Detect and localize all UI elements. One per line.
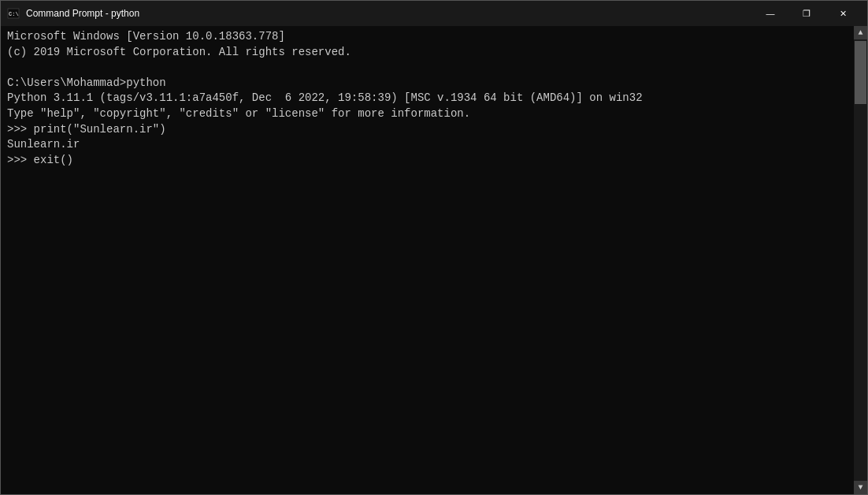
terminal-line-empty-1 bbox=[7, 60, 848, 76]
terminal-line-7: Sunlearn.ir bbox=[7, 137, 848, 153]
scrollbar-up-button[interactable]: ▲ bbox=[854, 26, 867, 39]
window: C:\ Command Prompt - python — ❐ ✕ Micros… bbox=[0, 0, 868, 495]
content-area: Microsoft Windows [Version 10.0.18363.77… bbox=[1, 26, 867, 494]
terminal-line-2: (c) 2019 Microsoft Corporation. All righ… bbox=[7, 45, 848, 61]
terminal-line-6: >>> print("Sunlearn.ir") bbox=[7, 122, 848, 138]
terminal-line-4: Python 3.11.1 (tags/v3.11.1:a7a450f, Dec… bbox=[7, 91, 848, 106]
scrollbar-thumb[interactable] bbox=[855, 41, 866, 104]
title-bar-text: Command Prompt - python bbox=[26, 8, 752, 19]
scrollbar-track[interactable] bbox=[854, 39, 867, 481]
close-button[interactable]: ✕ bbox=[825, 1, 861, 26]
terminal-line-1: Microsoft Windows [Version 10.0.18363.77… bbox=[7, 29, 848, 45]
cmd-icon: C:\ bbox=[7, 7, 20, 20]
minimize-button[interactable]: — bbox=[752, 1, 788, 26]
terminal-line-5: Type "help", "copyright", "credits" or "… bbox=[7, 106, 848, 122]
scrollbar-down-button[interactable]: ▼ bbox=[854, 481, 867, 494]
title-bar: C:\ Command Prompt - python — ❐ ✕ bbox=[1, 1, 867, 26]
title-bar-controls: — ❐ ✕ bbox=[752, 1, 861, 26]
restore-button[interactable]: ❐ bbox=[788, 1, 825, 26]
terminal-line-8: >>> exit() bbox=[7, 153, 848, 169]
terminal-line-3: C:\Users\Mohammad>python bbox=[7, 76, 848, 91]
svg-text:C:\: C:\ bbox=[9, 11, 19, 17]
scrollbar[interactable]: ▲ ▼ bbox=[854, 26, 867, 494]
terminal[interactable]: Microsoft Windows [Version 10.0.18363.77… bbox=[1, 26, 854, 494]
